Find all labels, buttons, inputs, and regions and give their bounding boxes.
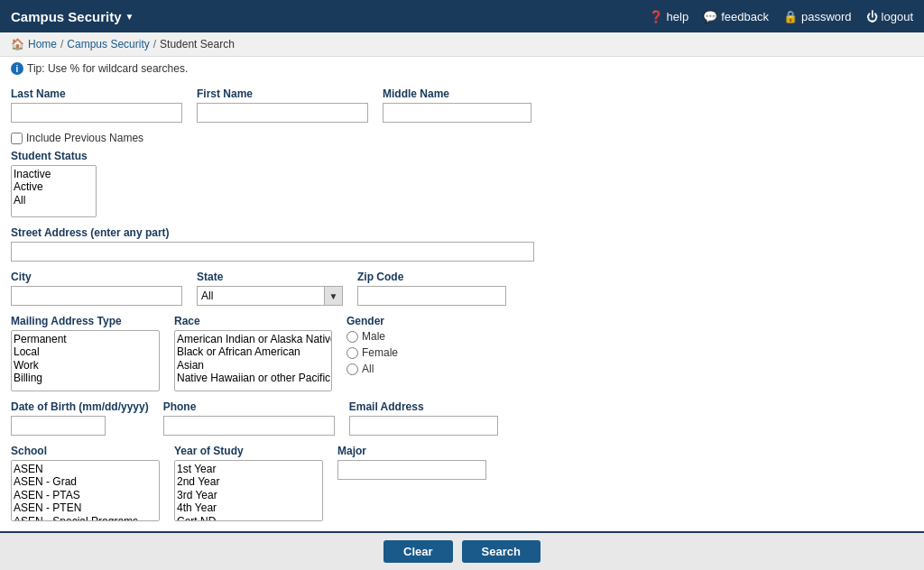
major-input[interactable]	[337, 460, 486, 480]
major-group: Major	[337, 445, 486, 480]
city-group: City	[11, 271, 182, 306]
mailing-address-type-select[interactable]: Permanent Local Work Billing	[11, 330, 160, 391]
gender-female-radio[interactable]	[346, 347, 358, 359]
state-select[interactable]: All AK AL CA	[198, 287, 324, 305]
state-select-container: All AK AL CA ▼	[197, 286, 343, 306]
help-label: help	[667, 10, 689, 23]
gender-male-radio[interactable]	[346, 331, 358, 343]
school-asen-grad: ASEN - Grad	[14, 475, 157, 488]
mat-option-local: Local	[14, 345, 157, 358]
nav-title-text: Campus Security	[11, 9, 122, 24]
phone-input[interactable]	[163, 416, 335, 436]
clear-button[interactable]: Clear	[383, 540, 453, 563]
state-dropdown-btn[interactable]: ▼	[324, 287, 342, 305]
school-year-major-row: School ASEN ASEN - Grad ASEN - PTAS ASEN…	[11, 445, 913, 521]
race-option-baa: Black or African American	[177, 345, 329, 358]
mat-option-permanent: Permanent	[14, 333, 157, 345]
zip-code-input[interactable]	[357, 286, 506, 306]
city-state-zip-row: City State All AK AL CA ▼ Zip Code	[11, 271, 913, 306]
help-link[interactable]: ❓ help	[649, 10, 689, 23]
student-status-select[interactable]: Inactive Active All	[11, 165, 97, 217]
gender-female-label: Female	[362, 346, 398, 359]
feedback-icon: 💬	[703, 10, 717, 23]
last-name-group: Last Name	[11, 87, 182, 123]
address-race-gender-row: Mailing Address Type Permanent Local Wor…	[11, 315, 913, 391]
race-option-asian: Asian	[177, 359, 329, 372]
first-name-group: First Name	[197, 87, 368, 123]
race-group: Race American Indian or Alaska Native Bl…	[174, 315, 332, 391]
email-label: Email Address	[349, 400, 498, 413]
state-group: State All AK AL CA ▼	[197, 271, 343, 306]
school-asen-ptas: ASEN - PTAS	[14, 489, 157, 501]
middle-name-label: Middle Name	[383, 87, 531, 100]
mailing-address-type-label: Mailing Address Type	[11, 315, 160, 327]
include-previous-names-checkbox[interactable]	[11, 133, 23, 144]
first-name-input[interactable]	[197, 103, 368, 123]
logout-icon: ⏻	[866, 10, 878, 23]
main-content: Last Name First Name Middle Name Include…	[0, 80, 924, 570]
password-icon: 🔒	[783, 10, 798, 23]
gender-radio-group: Male Female All	[346, 330, 398, 375]
include-previous-names-row: Include Previous Names	[11, 132, 913, 144]
last-name-input[interactable]	[11, 103, 182, 123]
year-4th: 4th Year	[177, 501, 320, 514]
status-option-all: All	[14, 194, 94, 207]
breadcrumb-campus-security[interactable]: Campus Security	[67, 38, 149, 51]
mailing-address-type-group: Mailing Address Type Permanent Local Wor…	[11, 315, 160, 391]
gender-female-item: Female	[346, 346, 398, 359]
gender-label: Gender	[346, 315, 398, 327]
year-of-study-group: Year of Study 1st Year 2nd Year 3rd Year…	[174, 445, 323, 521]
top-nav: Campus Security ▼ ❓ help 💬 feedback 🔒 pa…	[0, 0, 924, 32]
home-icon: 🏠	[11, 38, 24, 51]
school-label: School	[11, 445, 160, 457]
year-of-study-select[interactable]: 1st Year 2nd Year 3rd Year 4th Year Cert…	[174, 460, 323, 521]
gender-all-item: All	[346, 363, 398, 375]
logout-label: logout	[882, 10, 913, 23]
dob-phone-email-row: Date of Birth (mm/dd/yyyy) Phone Email A…	[11, 400, 913, 436]
password-link[interactable]: 🔒 password	[783, 10, 852, 23]
race-select[interactable]: American Indian or Alaska Native Black o…	[174, 330, 332, 391]
search-button[interactable]: Search	[462, 540, 541, 563]
gender-male-label: Male	[362, 330, 385, 343]
email-group: Email Address	[349, 400, 498, 436]
school-asen: ASEN	[14, 463, 157, 475]
major-label: Major	[337, 445, 486, 457]
middle-name-input[interactable]	[383, 103, 531, 123]
year-2nd: 2nd Year	[177, 475, 320, 488]
dob-label: Date of Birth (mm/dd/yyyy)	[11, 400, 149, 413]
mat-option-billing: Billing	[14, 372, 157, 384]
email-input[interactable]	[349, 416, 498, 436]
zip-code-label: Zip Code	[357, 271, 506, 283]
street-address-input[interactable]	[11, 242, 534, 262]
name-row: Last Name First Name Middle Name	[11, 87, 913, 123]
street-address-group: Street Address (enter any part)	[11, 226, 913, 262]
feedback-link[interactable]: 💬 feedback	[703, 10, 769, 23]
password-label: password	[801, 10, 852, 23]
state-label: State	[197, 271, 343, 283]
dob-input[interactable]	[11, 416, 106, 436]
breadcrumb-home[interactable]: Home	[28, 38, 57, 51]
phone-group: Phone	[163, 400, 335, 436]
gender-all-radio[interactable]	[346, 363, 358, 375]
bottom-bar: Clear Search	[0, 531, 924, 570]
dob-group: Date of Birth (mm/dd/yyyy)	[11, 400, 149, 436]
feedback-label: feedback	[721, 10, 769, 23]
student-status-group: Student Status Inactive Active All	[11, 150, 913, 217]
mailing-address-type-container: Permanent Local Work Billing	[11, 330, 160, 391]
gender-all-label: All	[362, 363, 374, 375]
app-title[interactable]: Campus Security ▼	[11, 9, 134, 24]
status-option-active: Active	[14, 180, 94, 193]
city-input[interactable]	[11, 286, 182, 306]
breadcrumb-sep-1: /	[60, 38, 63, 51]
breadcrumb: 🏠 Home / Campus Security / Student Searc…	[0, 32, 924, 57]
race-option-nhopi: Native Hawaiian or other Pacific	[177, 372, 329, 384]
last-name-label: Last Name	[11, 87, 182, 100]
student-status-label: Student Status	[11, 150, 913, 162]
year-of-study-label: Year of Study	[174, 445, 323, 457]
status-option-inactive: Inactive	[14, 168, 94, 180]
nav-links: ❓ help 💬 feedback 🔒 password ⏻ logout	[649, 10, 913, 23]
logout-link[interactable]: ⏻ logout	[866, 10, 913, 23]
race-option-aian: American Indian or Alaska Native	[177, 333, 329, 345]
school-select[interactable]: ASEN ASEN - Grad ASEN - PTAS ASEN - PTEN…	[11, 460, 160, 521]
breadcrumb-sep-2: /	[153, 38, 156, 51]
